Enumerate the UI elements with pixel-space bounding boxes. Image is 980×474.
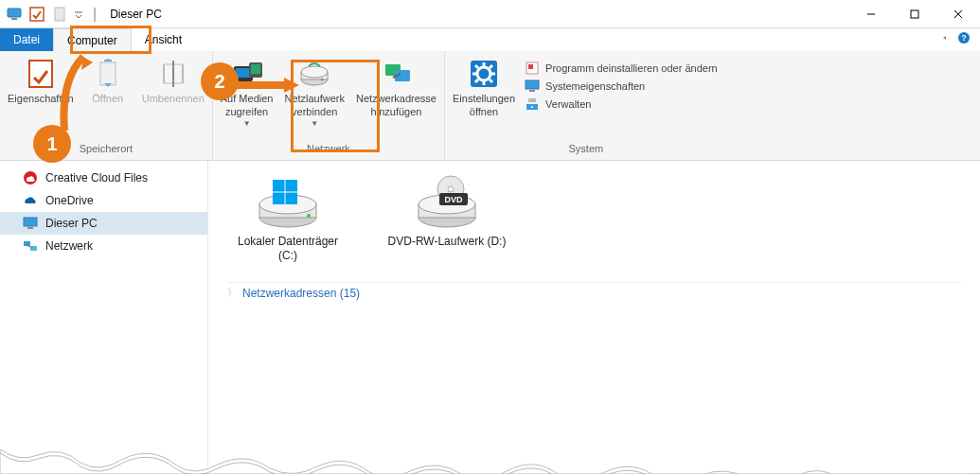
ribbon-group-system-label: System bbox=[445, 143, 727, 160]
window-title: Dieser PC bbox=[106, 8, 162, 21]
properties-label: Eigenschaften bbox=[8, 93, 74, 106]
rename-icon bbox=[156, 57, 190, 91]
system-properties-button[interactable]: Systemeigenschaften bbox=[525, 79, 718, 94]
media-icon bbox=[230, 57, 264, 91]
svg-point-54 bbox=[307, 214, 311, 218]
media-access-button[interactable]: Auf Medien zugreifen ▼ bbox=[215, 55, 279, 130]
nav-item-label: Creative Cloud Files bbox=[45, 171, 148, 184]
section-label: Netzwerkadressen (15) bbox=[242, 287, 360, 300]
add-netloc-label: Netzwerkadresse hinzufügen bbox=[356, 93, 437, 119]
nav-item-label: Dieser PC bbox=[45, 217, 98, 230]
map-network-drive-button[interactable]: Netzlaufwerk verbinden ▼ bbox=[278, 55, 350, 130]
minimize-button[interactable] bbox=[849, 0, 893, 28]
map-drive-label: Netzlaufwerk verbinden bbox=[284, 93, 345, 119]
this-pc-icon bbox=[23, 216, 38, 231]
drive-label: Lokaler Datenträger (C:) bbox=[227, 235, 348, 263]
navigation-pane: Creative Cloud Files OneDrive Dieser PC … bbox=[0, 161, 208, 474]
svg-rect-49 bbox=[30, 246, 37, 251]
svg-rect-48 bbox=[24, 241, 30, 246]
nav-network[interactable]: Netzwerk bbox=[0, 235, 207, 257]
ribbon-group-location: Eigenschaften Öffnen Umbenennen Speicher… bbox=[0, 51, 213, 160]
rename-button: Umbenennen bbox=[136, 55, 210, 108]
close-button[interactable] bbox=[936, 0, 980, 28]
gear-icon bbox=[467, 57, 501, 91]
svg-rect-11 bbox=[100, 62, 116, 85]
open-button: Öffnen bbox=[80, 55, 136, 108]
nav-item-label: OneDrive bbox=[45, 194, 94, 207]
rename-label: Umbenennen bbox=[142, 93, 205, 106]
title-bar: | Dieser PC bbox=[0, 0, 980, 28]
drive-dvd-d[interactable]: DVD DVD-RW-Laufwerk (D:) bbox=[386, 174, 508, 263]
qat-placeholder-icon bbox=[51, 6, 68, 23]
svg-rect-56 bbox=[273, 180, 284, 191]
nav-this-pc[interactable]: Dieser PC bbox=[0, 212, 207, 235]
ribbon-group-location-label: Speicherort bbox=[0, 143, 212, 160]
chevron-right-icon: 〉 bbox=[227, 287, 237, 300]
add-netloc-icon bbox=[380, 57, 414, 91]
svg-rect-41 bbox=[529, 90, 535, 92]
svg-rect-18 bbox=[236, 68, 251, 78]
nav-onedrive[interactable]: OneDrive bbox=[0, 189, 207, 212]
svg-point-63 bbox=[448, 186, 454, 192]
ribbon-group-network-label: Netzwerk bbox=[213, 143, 444, 160]
tab-view[interactable]: Ansicht bbox=[132, 28, 195, 51]
svg-rect-1 bbox=[11, 18, 17, 20]
svg-rect-20 bbox=[251, 64, 260, 74]
svg-point-44 bbox=[531, 106, 533, 108]
nav-item-label: Netzwerk bbox=[45, 239, 93, 253]
svg-text:?: ? bbox=[961, 33, 967, 43]
pin-icon[interactable] bbox=[935, 31, 948, 48]
chevron-down-icon: ▼ bbox=[311, 119, 318, 128]
svg-rect-2 bbox=[30, 8, 44, 21]
tab-computer[interactable]: Computer bbox=[53, 28, 132, 51]
onedrive-icon bbox=[23, 193, 38, 208]
svg-rect-47 bbox=[27, 227, 33, 229]
uninstall-icon bbox=[525, 61, 540, 76]
open-icon bbox=[91, 57, 125, 91]
section-network-addresses[interactable]: 〉 Netzwerkadressen (15) bbox=[227, 282, 961, 304]
network-icon bbox=[23, 238, 38, 254]
svg-line-35 bbox=[490, 79, 492, 82]
manage-icon bbox=[525, 97, 540, 112]
monitor-icon bbox=[525, 79, 540, 94]
svg-rect-39 bbox=[528, 64, 533, 69]
add-network-location-button[interactable]: Netzwerkadresse hinzufügen bbox=[350, 55, 442, 121]
open-settings-label: Einstellungen öffnen bbox=[453, 93, 515, 119]
items-view[interactable]: Lokaler Datenträger (C:) DVD DVD-RW-Lauf… bbox=[208, 161, 980, 474]
svg-rect-3 bbox=[55, 8, 64, 21]
svg-line-37 bbox=[475, 79, 478, 82]
svg-rect-5 bbox=[911, 10, 918, 18]
open-settings-button[interactable]: Einstellungen öffnen bbox=[447, 55, 521, 121]
properties-qat-icon[interactable] bbox=[28, 6, 45, 23]
drive-local-c[interactable]: Lokaler Datenträger (C:) bbox=[227, 174, 348, 263]
creative-cloud-icon bbox=[23, 170, 38, 185]
properties-icon bbox=[24, 57, 58, 91]
svg-rect-42 bbox=[528, 98, 536, 102]
nav-creative-cloud[interactable]: Creative Cloud Files bbox=[0, 167, 207, 189]
media-access-label: Auf Medien zugreifen bbox=[221, 93, 274, 119]
ribbon-group-system: Einstellungen öffnen Programm deinstalli… bbox=[445, 51, 727, 160]
svg-text:DVD: DVD bbox=[444, 195, 463, 204]
maximize-button[interactable] bbox=[893, 0, 936, 28]
svg-line-34 bbox=[475, 65, 478, 68]
title-separator: | bbox=[89, 6, 100, 23]
chevron-down-icon: ▼ bbox=[243, 119, 251, 128]
help-icon[interactable]: ? bbox=[957, 31, 971, 48]
manage-label: Verwalten bbox=[545, 98, 591, 110]
tab-file[interactable]: Datei bbox=[0, 28, 53, 51]
svg-point-23 bbox=[301, 66, 328, 78]
svg-rect-10 bbox=[29, 61, 52, 87]
svg-rect-46 bbox=[24, 218, 37, 226]
uninstall-programs-button[interactable]: Programm deinstallieren oder ändern bbox=[525, 61, 718, 76]
this-pc-icon bbox=[6, 6, 23, 23]
qat-dropdown-icon[interactable] bbox=[74, 6, 83, 23]
ribbon: Eigenschaften Öffnen Umbenennen Speicher… bbox=[0, 51, 980, 161]
open-label: Öffnen bbox=[92, 93, 123, 106]
properties-button[interactable]: Eigenschaften bbox=[2, 55, 80, 108]
drive-label: DVD-RW-Laufwerk (D:) bbox=[388, 235, 507, 249]
svg-rect-0 bbox=[8, 9, 21, 17]
ribbon-group-network: Auf Medien zugreifen ▼ Netzlaufwerk verb… bbox=[213, 51, 445, 160]
uninstall-label: Programm deinstallieren oder ändern bbox=[545, 62, 718, 74]
dvd-drive-icon: DVD bbox=[413, 174, 481, 231]
manage-button[interactable]: Verwalten bbox=[525, 97, 718, 112]
